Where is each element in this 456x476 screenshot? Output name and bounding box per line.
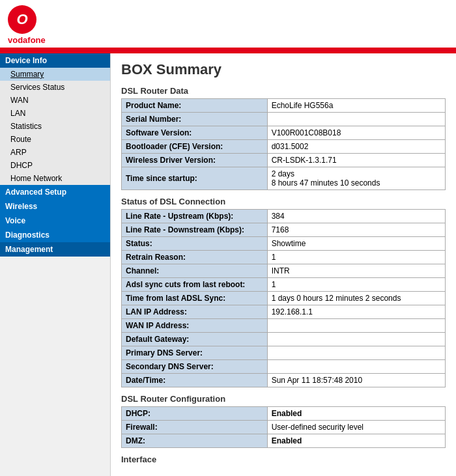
dsl-router-label: Software Version: [122, 126, 268, 140]
dsl-conn-label: Adsl sync cuts from last reboot: [122, 278, 268, 292]
dsl-router-value: EchoLife HG556a [267, 99, 445, 113]
dsl-conn-label: Line Rate - Downstream (Kbps): [122, 223, 268, 237]
dsl-conn-value: 1 days 0 hours 12 minutes 2 seconds [267, 292, 445, 305]
dsl-router-value [267, 113, 445, 126]
dsl-conn-label: Time from last ADSL Sync: [122, 292, 268, 305]
dsl-config-label: DHCP: [122, 407, 268, 421]
dsl-connection-title: Status of DSL Connection [121, 197, 446, 206]
sidebar-item-home-network[interactable]: Home Network [0, 172, 110, 185]
dsl-conn-value: 7168 [267, 223, 445, 237]
dsl-config-value: User-defined security level [267, 421, 445, 434]
dsl-conn-value: 192.168.1.1 [267, 305, 445, 319]
dsl-router-value: V100R001C08B018 [267, 126, 445, 140]
dsl-conn-label: LAN IP Address: [122, 305, 268, 319]
sidebar-item-advanced-setup[interactable]: Advanced Setup [0, 185, 110, 199]
dsl-conn-label: Status: [122, 237, 268, 251]
dsl-conn-label: Primary DNS Server: [122, 346, 268, 360]
dsl-conn-value: 384 [267, 210, 445, 223]
dsl-router-label: Wireless Driver Version: [122, 154, 268, 167]
dsl-config-label: Firewall: [122, 421, 268, 434]
dsl-conn-value [267, 360, 445, 374]
dsl-conn-value [267, 333, 445, 346]
dsl-conn-value: 1 [267, 251, 445, 264]
dsl-conn-label: Line Rate - Upstream (Kbps): [122, 210, 268, 223]
brand-name: vodafone [8, 35, 46, 45]
sidebar: Device Info Summary Services Status WAN … [0, 53, 111, 476]
dsl-config-value: Enabled [267, 407, 445, 421]
vodafone-circle-icon: O [8, 5, 36, 34]
dsl-conn-value: 1 [267, 278, 445, 292]
dsl-conn-value [267, 319, 445, 333]
sidebar-item-wan[interactable]: WAN [0, 94, 110, 107]
interface-title: Interface [121, 455, 446, 464]
logo-letter: O [16, 11, 27, 28]
dsl-connection-table: Line Rate - Upstream (Kbps):384Line Rate… [121, 209, 446, 387]
sidebar-item-services-status[interactable]: Services Status [0, 81, 110, 94]
content-area: sohorouter BOX Summary DSL Router Data P… [111, 53, 456, 476]
sidebar-item-diagnostics[interactable]: Diagnostics [0, 228, 110, 242]
dsl-conn-value: Sun Apr 11 18:57:48 2010 [267, 374, 445, 387]
dsl-conn-label: Default Gateway: [122, 333, 268, 346]
sidebar-item-lan[interactable]: LAN [0, 107, 110, 120]
dsl-conn-label: Retrain Reason: [122, 251, 268, 264]
dsl-conn-label: Secondary DNS Server: [122, 360, 268, 374]
sidebar-section-device-info[interactable]: Device Info [0, 53, 110, 68]
dsl-config-title: DSL Router Configuration [121, 394, 446, 404]
dsl-router-data-table: Product Name:EchoLife HG556aSerial Numbe… [121, 98, 446, 190]
dsl-conn-value: INTR [267, 264, 445, 278]
dsl-conn-value: Showtime [267, 237, 445, 251]
sidebar-item-arp[interactable]: ARP [0, 146, 110, 159]
dsl-conn-label: WAN IP Address: [122, 319, 268, 333]
dsl-router-label: Product Name: [122, 99, 268, 113]
dsl-config-value: Enabled [267, 434, 445, 448]
dsl-router-value: CR-LSDK-1.3.1.71 [267, 154, 445, 167]
dsl-router-label: Bootloader (CFE) Version: [122, 140, 268, 154]
sidebar-item-summary[interactable]: Summary [0, 68, 110, 81]
dsl-config-label: DMZ: [122, 434, 268, 448]
main-layout: Device Info Summary Services Status WAN … [0, 53, 456, 476]
dsl-router-value: d031.5002 [267, 140, 445, 154]
dsl-router-value: 2 days 8 hours 47 minutes 10 seconds [267, 167, 445, 190]
dsl-conn-label: Date/Time: [122, 374, 268, 387]
dsl-conn-label: Channel: [122, 264, 268, 278]
dsl-router-label: Time since startup: [122, 167, 268, 190]
sidebar-item-statistics[interactable]: Statistics [0, 120, 110, 133]
sidebar-item-voice[interactable]: Voice [0, 214, 110, 228]
sidebar-item-management[interactable]: Management [0, 242, 110, 257]
sidebar-item-wireless[interactable]: Wireless [0, 199, 110, 214]
sidebar-item-route[interactable]: Route [0, 133, 110, 146]
dsl-router-label: Serial Number: [122, 113, 268, 126]
dsl-router-data-title: DSL Router Data [121, 86, 446, 96]
page-title: BOX Summary [121, 61, 446, 78]
dsl-config-table: DHCP:EnabledFirewall:User-defined securi… [121, 406, 446, 448]
dsl-conn-value [267, 346, 445, 360]
sidebar-item-dhcp[interactable]: DHCP [0, 159, 110, 172]
vodafone-logo: O vodafone [8, 5, 46, 45]
header: O vodafone [0, 0, 456, 49]
